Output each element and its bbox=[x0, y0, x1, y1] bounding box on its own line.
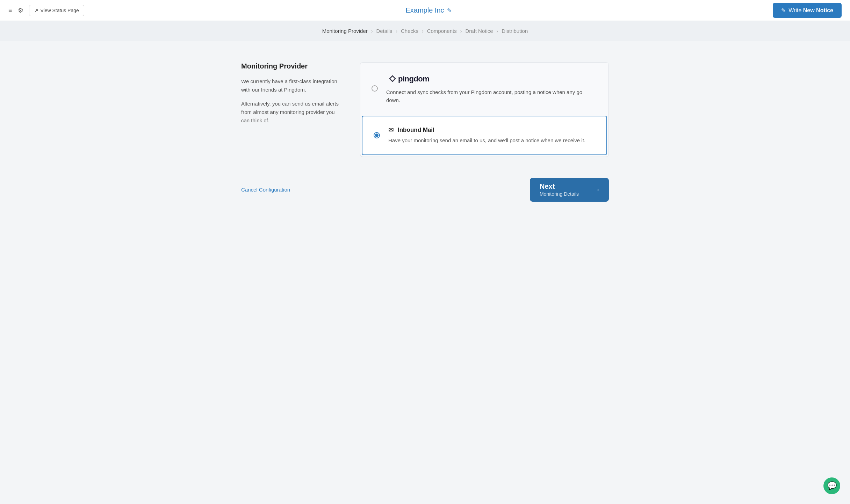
breadcrumb-checks[interactable]: Checks bbox=[401, 28, 418, 34]
mail-icon: ✉ bbox=[388, 126, 394, 134]
breadcrumb-sep-1: › bbox=[371, 28, 373, 34]
option-inbound-mail-description: Have your monitoring send an email to us… bbox=[388, 137, 595, 145]
hamburger-icon[interactable]: ≡ bbox=[8, 7, 12, 14]
breadcrumb-distribution[interactable]: Distribution bbox=[502, 28, 528, 34]
breadcrumb-sep-3: › bbox=[422, 28, 424, 34]
external-link-icon: ↗ bbox=[34, 8, 38, 13]
pencil-icon[interactable]: ✎ bbox=[447, 7, 452, 14]
write-new-notice-button[interactable]: ✎ Write New Notice bbox=[773, 3, 842, 18]
breadcrumb-nav: Monitoring Provider › Details › Checks ›… bbox=[0, 21, 850, 41]
option-pingdom[interactable]: pingdom Connect and sync checks from you… bbox=[360, 63, 608, 114]
left-panel-title: Monitoring Provider bbox=[241, 62, 339, 70]
breadcrumb-monitoring-provider[interactable]: Monitoring Provider bbox=[322, 28, 368, 34]
pingdom-logo: pingdom bbox=[386, 72, 597, 85]
radio-inbound-mail[interactable] bbox=[374, 132, 380, 138]
radio-pingdom[interactable] bbox=[372, 85, 378, 92]
pencil-icon-btn: ✎ bbox=[781, 7, 786, 14]
write-notice-text: Write New Notice bbox=[788, 7, 833, 14]
next-arrow-icon: → bbox=[593, 185, 600, 194]
breadcrumb-sep-2: › bbox=[396, 28, 397, 34]
app-header: ≡ ⚙ ↗ View Status Page Example Inc ✎ ✎ W… bbox=[0, 0, 850, 21]
next-sublabel: Monitoring Details bbox=[540, 191, 579, 197]
cancel-configuration-link[interactable]: Cancel Configuration bbox=[241, 187, 290, 193]
view-status-button[interactable]: ↗ View Status Page bbox=[29, 5, 84, 16]
option-pingdom-content: pingdom Connect and sync checks from you… bbox=[386, 72, 597, 104]
left-panel: Monitoring Provider We currently have a … bbox=[241, 62, 339, 157]
pingdom-logo-svg: pingdom bbox=[386, 72, 435, 85]
left-panel-paragraph1: We currently have a first-class integrat… bbox=[241, 77, 339, 94]
footer-area: Cancel Configuration Next Monitoring Det… bbox=[233, 178, 617, 202]
option-pingdom-description: Connect and sync checks from your Pingdo… bbox=[386, 88, 597, 104]
company-name-header: Example Inc ✎ bbox=[405, 6, 451, 14]
header-left: ≡ ⚙ ↗ View Status Page bbox=[8, 5, 84, 16]
gear-icon[interactable]: ⚙ bbox=[18, 7, 23, 14]
options-panel: pingdom Connect and sync checks from you… bbox=[360, 62, 609, 157]
main-content: Monitoring Provider We currently have a … bbox=[233, 62, 617, 157]
left-panel-paragraph2: Alternatively, you can send us email ale… bbox=[241, 100, 339, 125]
breadcrumb-sep-5: › bbox=[497, 28, 498, 34]
next-button[interactable]: Next Monitoring Details → bbox=[530, 178, 609, 202]
option-inbound-mail-content: ✉ Inbound Mail Have your monitoring send… bbox=[388, 126, 595, 145]
option-inbound-mail-title: ✉ Inbound Mail bbox=[388, 126, 595, 134]
breadcrumb-details[interactable]: Details bbox=[376, 28, 392, 34]
option-inbound-mail[interactable]: ✉ Inbound Mail Have your monitoring send… bbox=[362, 116, 607, 155]
breadcrumb-draft-notice[interactable]: Draft Notice bbox=[465, 28, 493, 34]
next-label: Next bbox=[540, 182, 555, 190]
company-name: Example Inc bbox=[405, 6, 444, 14]
next-btn-text: Next Monitoring Details bbox=[540, 182, 579, 197]
view-status-label: View Status Page bbox=[41, 8, 79, 13]
breadcrumb-components[interactable]: Components bbox=[427, 28, 457, 34]
svg-text:pingdom: pingdom bbox=[398, 74, 429, 83]
breadcrumb-sep-4: › bbox=[460, 28, 462, 34]
